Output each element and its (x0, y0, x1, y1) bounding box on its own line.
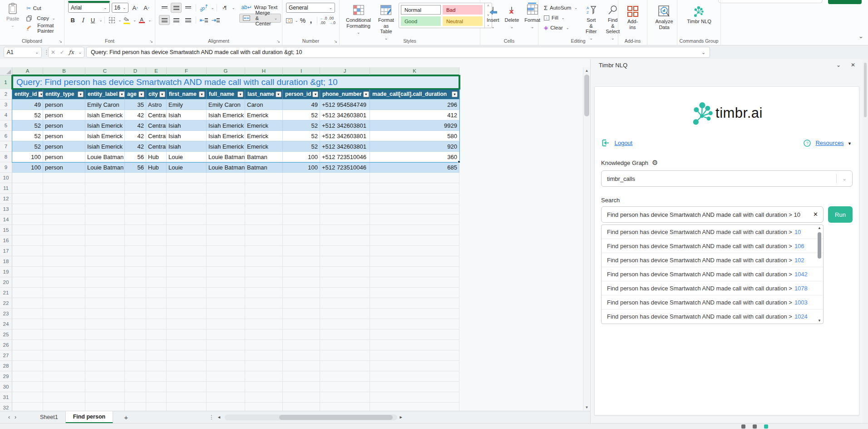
row-number-9[interactable]: 9 (0, 162, 12, 173)
cell[interactable] (125, 350, 146, 361)
cell[interactable]: 412 (370, 110, 459, 120)
cell[interactable] (245, 309, 283, 319)
cell[interactable] (370, 403, 459, 411)
cell[interactable] (85, 256, 125, 267)
cell[interactable] (125, 340, 146, 350)
timbr-nlq-button[interactable]: Timbr NLQ (681, 4, 717, 26)
cell[interactable] (320, 183, 370, 194)
table-header-cell[interactable]: age▼ (125, 89, 146, 100)
task-pane-collapse-icon[interactable]: ⌄ (836, 62, 841, 68)
cell[interactable] (320, 173, 370, 183)
settings-gear-icon[interactable]: ⚙ (652, 159, 658, 167)
cell[interactable] (125, 309, 146, 319)
cell[interactable] (125, 319, 146, 329)
shrink-font-button[interactable]: A˅ (142, 3, 151, 13)
cell[interactable] (283, 340, 320, 350)
cell[interactable] (146, 183, 167, 194)
cell[interactable] (320, 340, 370, 350)
cell[interactable]: Louie Batman (207, 152, 245, 162)
cell[interactable] (125, 288, 146, 298)
cell[interactable] (245, 329, 283, 340)
cell[interactable]: Astro (146, 100, 167, 110)
cell[interactable] (85, 350, 125, 361)
cell[interactable] (125, 204, 146, 214)
cell[interactable] (207, 267, 245, 277)
cell[interactable] (43, 382, 85, 392)
cell[interactable] (146, 371, 167, 382)
cell[interactable] (320, 194, 370, 204)
cell[interactable] (146, 214, 167, 225)
cell[interactable]: Hub (146, 152, 167, 162)
cell[interactable]: Emerick (245, 141, 283, 152)
cell[interactable]: 9929 (370, 120, 459, 131)
cell[interactable] (12, 371, 43, 382)
format-chevron-icon[interactable]: ⌄ (531, 25, 534, 29)
cell[interactable] (12, 183, 43, 194)
name-box[interactable]: A1 ⌄ (4, 47, 42, 58)
cell[interactable]: Isiah (167, 120, 207, 131)
increase-indent-icon[interactable]: ⇥ (210, 15, 221, 25)
cell[interactable]: person (43, 152, 85, 162)
cell[interactable]: person (43, 162, 85, 173)
clear-chevron-icon[interactable]: ⌄ (566, 26, 569, 30)
cell[interactable] (85, 309, 125, 319)
font-name-combo[interactable]: Arial⌄ (68, 3, 110, 13)
cell[interactable] (12, 204, 43, 214)
cell[interactable] (207, 392, 245, 403)
cell[interactable] (245, 267, 283, 277)
cell[interactable] (85, 183, 125, 194)
row-number-15[interactable]: 15 (0, 225, 12, 235)
row-number-3[interactable]: 3 (0, 100, 12, 110)
table-header-cell[interactable]: entity_label▼ (85, 89, 125, 100)
table-header-cell[interactable]: first_name▼ (167, 89, 207, 100)
row-number-23[interactable]: 23 (0, 309, 12, 319)
row-number-14[interactable]: 14 (0, 214, 12, 225)
cell[interactable] (245, 173, 283, 183)
cell[interactable] (12, 267, 43, 277)
cell[interactable] (320, 225, 370, 235)
cell[interactable]: 49 (283, 100, 320, 110)
cell[interactable]: Emily (167, 100, 207, 110)
cell[interactable] (320, 267, 370, 277)
fx-chevron-icon[interactable]: ⌄ (79, 50, 82, 55)
cell[interactable] (370, 350, 459, 361)
row-number-20[interactable]: 20 (0, 277, 12, 288)
filter-dropdown-icon[interactable]: ▼ (312, 91, 318, 97)
row-number-10[interactable]: 10 (0, 173, 12, 183)
tab-scroll-splitter-icon[interactable]: ⋮ (209, 414, 214, 420)
cell[interactable] (146, 298, 167, 309)
resources-dropdown[interactable]: ? Resources ▼ (804, 139, 852, 147)
font-color-icon[interactable]: A (137, 15, 146, 25)
cell[interactable]: 52 (12, 110, 43, 120)
cell[interactable] (370, 309, 459, 319)
bold-button[interactable]: B (68, 15, 77, 25)
conditional-formatting-chevron-icon[interactable]: ⌄ (357, 30, 360, 35)
analyze-data-button[interactable]: Analyze Data (651, 4, 677, 31)
alignment-dialog-launcher-icon[interactable]: ↘ (276, 39, 280, 44)
align-right-icon[interactable] (182, 15, 193, 25)
fill-button[interactable]: ↓ Fill ⌄ (542, 13, 579, 22)
scroll-up-icon[interactable]: ▲ (583, 67, 590, 74)
cell[interactable] (12, 298, 43, 309)
column-header-B[interactable]: B (43, 67, 85, 75)
cell[interactable] (85, 298, 125, 309)
cell[interactable] (167, 267, 207, 277)
cell[interactable] (85, 194, 125, 204)
cell[interactable] (85, 173, 125, 183)
cell[interactable] (85, 403, 125, 411)
cell[interactable]: Isiah (167, 131, 207, 141)
row-number-32[interactable]: 32 (0, 403, 12, 411)
cell[interactable] (320, 246, 370, 256)
cell[interactable] (43, 319, 85, 329)
cell[interactable] (146, 319, 167, 329)
cell[interactable] (370, 183, 459, 194)
clear-button[interactable]: ◈ Clear ⌄ (542, 23, 579, 32)
table-header-cell[interactable]: full_name▼ (207, 89, 245, 100)
underline-chevron-icon[interactable]: ⌄ (99, 18, 103, 22)
cell[interactable] (370, 361, 459, 371)
row-number-31[interactable]: 31 (0, 392, 12, 403)
grow-font-button[interactable]: A˄ (130, 3, 140, 13)
cell[interactable] (85, 392, 125, 403)
tab-sheet1[interactable]: Sheet1 (33, 411, 65, 424)
cell[interactable] (12, 319, 43, 329)
